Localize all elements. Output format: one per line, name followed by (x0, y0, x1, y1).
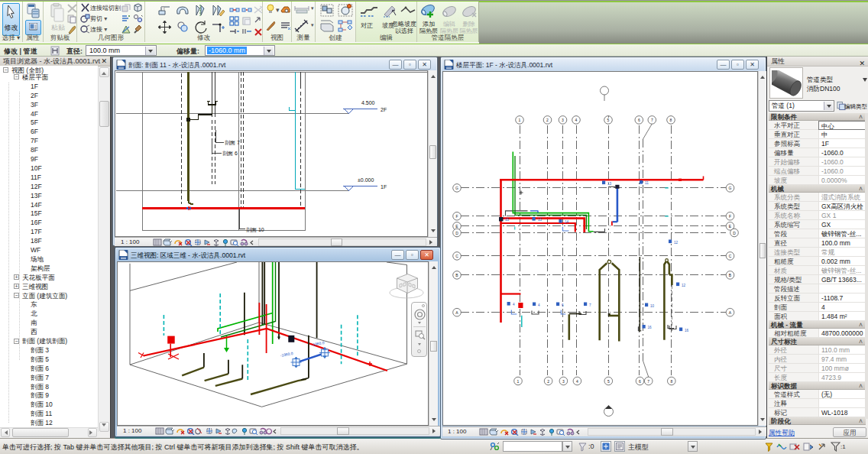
svg-text:5: 5 (607, 379, 610, 384)
svg-text:16: 16 (648, 326, 653, 329)
svg-text:1: 1 (517, 379, 520, 384)
svg-text:7: 7 (647, 379, 649, 384)
svg-text:3: 3 (562, 118, 564, 122)
svg-text:F: F (729, 214, 731, 219)
svg-text:1F: 1F (381, 184, 387, 190)
svg-text:剖面 7: 剖面 7 (225, 140, 240, 146)
svg-text:6: 6 (639, 379, 641, 384)
svg-text:14: 14 (565, 220, 569, 224)
svg-text:15: 15 (505, 218, 510, 222)
svg-text:13: 13 (538, 218, 542, 222)
svg-text:4: 4 (538, 303, 540, 307)
svg-text:剖面 6: 剖面 6 (222, 151, 238, 157)
svg-text:C: C (455, 254, 458, 258)
svg-text:G: G (729, 186, 732, 190)
svg-text:G: G (455, 186, 458, 190)
svg-text:11: 11 (645, 181, 649, 185)
svg-text:13: 13 (607, 182, 612, 186)
svg-text:D: D (455, 231, 458, 235)
svg-text:6: 6 (562, 303, 564, 307)
svg-text:2: 2 (547, 379, 549, 384)
svg-text:2F: 2F (381, 107, 387, 112)
svg-text:4.500: 4.500 (361, 100, 375, 105)
svg-text:4: 4 (575, 118, 578, 122)
svg-text:-1060.0: -1060.0 (280, 351, 293, 358)
svg-text:12: 12 (674, 241, 679, 245)
svg-text:16: 16 (685, 329, 689, 332)
svg-text:4: 4 (576, 379, 578, 384)
svg-text:1: 1 (519, 118, 521, 122)
svg-text:3: 3 (562, 379, 565, 384)
svg-text:7: 7 (589, 303, 591, 307)
svg-text:8: 8 (670, 118, 672, 122)
svg-text:12: 12 (682, 284, 686, 287)
svg-text:C: C (729, 254, 732, 258)
svg-text:剖面 10: 剖面 10 (246, 227, 264, 233)
svg-text:8: 8 (670, 379, 672, 384)
svg-text:±0.000: ±0.000 (358, 177, 374, 183)
svg-text:7: 7 (651, 118, 653, 122)
svg-text:5: 5 (607, 118, 610, 122)
svg-text:F: F (455, 214, 458, 219)
svg-text:6: 6 (638, 118, 640, 122)
svg-text:2: 2 (546, 118, 549, 122)
svg-text:10: 10 (650, 304, 655, 308)
svg-text:4: 4 (513, 303, 515, 306)
svg-text:D: D (733, 231, 736, 235)
